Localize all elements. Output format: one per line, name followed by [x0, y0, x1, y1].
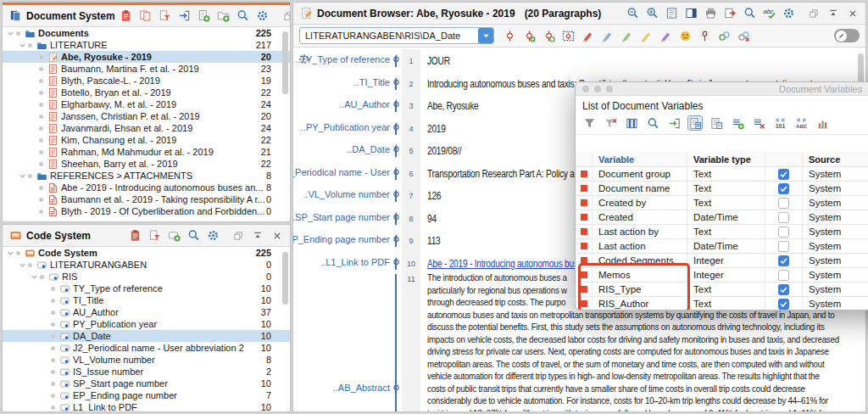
new-document-group-icon[interactable]	[217, 9, 231, 23]
document-tree-item[interactable]: Rahman, Md Mahmudur et al. - 201921	[3, 146, 290, 158]
code-in-vivo-icon[interactable]	[561, 29, 575, 42]
coding-stripe[interactable]	[395, 169, 397, 180]
document-tree-item[interactable]: REFERENCES > ATTACHMENTS8	[3, 170, 290, 182]
import-icon[interactable]	[178, 9, 192, 23]
zoom-out-icon[interactable]	[626, 7, 639, 20]
document-tree-item[interactable]: Baumann, Martina F. et al. - 201923	[3, 63, 290, 75]
document-tree-item[interactable]: Blyth - 2019 - Of Cyberliberation and Fo…	[3, 205, 290, 217]
pen-red-icon[interactable]	[581, 29, 594, 42]
code-tree-item[interactable]: TI_Title10	[3, 294, 290, 306]
fit-page-icon[interactable]	[665, 7, 678, 20]
coding-stripe[interactable]	[395, 56, 397, 67]
list-documents-icon[interactable]	[688, 116, 702, 130]
document-tree-item[interactable]: Botello, Bryan et al. - 201922	[3, 87, 290, 98]
document-tree-item[interactable]: Sheehan, Barry et al. - 201922	[3, 158, 290, 170]
margin-code-label[interactable]: ..SP_Start page number	[293, 212, 390, 222]
document-tree-item[interactable]: Janssen, Christian P. et al. - 201920	[3, 110, 290, 122]
chevron-down-icon[interactable]	[6, 249, 15, 257]
emoticode-icon[interactable]	[678, 29, 692, 42]
variable-row[interactable]: Document groupTextSystem	[576, 167, 868, 182]
code-selector[interactable]: LITERATURANGABEN\RIS\DA_Date	[299, 27, 494, 44]
display-checkbox[interactable]	[778, 169, 789, 180]
close-icon[interactable]	[270, 229, 284, 243]
coding-stripe[interactable]	[395, 236, 397, 247]
margin-code-label[interactable]: ..AU_Author	[293, 99, 390, 109]
chevron-down-icon[interactable]	[18, 41, 27, 49]
margin-code-label[interactable]: ..AB_Abstract	[293, 383, 390, 393]
new-document-icon[interactable]	[198, 9, 211, 23]
margin-code-label[interactable]: ..TY_Type of reference	[293, 54, 390, 64]
variable-row[interactable]: Created byTextSystem	[576, 196, 868, 210]
traffic-light-button[interactable]	[606, 86, 613, 92]
document-tree-item[interactable]: Documents225	[3, 27, 290, 39]
undock-icon[interactable]	[281, 9, 291, 23]
pen-yellow-icon[interactable]	[639, 29, 653, 42]
coding-stripe[interactable]	[395, 146, 397, 157]
code-tree-item[interactable]: TY_Type of reference10	[3, 283, 290, 294]
display-checkbox[interactable]	[778, 241, 789, 252]
code-anchor-green-icon[interactable]	[542, 29, 555, 42]
filter-documents-icon[interactable]	[147, 229, 161, 243]
margin-code-label[interactable]: ..DA_Date	[293, 144, 390, 154]
code-tree-item[interactable]: Code System225	[3, 247, 290, 259]
display-checkbox[interactable]	[778, 183, 789, 194]
zoom-in-icon[interactable]	[645, 7, 659, 20]
chevron-down-icon[interactable]	[30, 272, 39, 281]
sidebar-icon[interactable]	[684, 7, 698, 20]
search-icon[interactable]	[186, 229, 200, 243]
chevron-down-icon[interactable]	[18, 260, 27, 269]
display-checkbox[interactable]	[778, 227, 789, 238]
settings-icon[interactable]	[782, 7, 795, 20]
chevron-down-icon[interactable]	[478, 28, 493, 43]
display-checkbox[interactable]	[778, 255, 789, 266]
memos-icon[interactable]	[128, 229, 142, 243]
coding-stripe[interactable]	[395, 259, 397, 270]
traffic-light-button[interactable]	[582, 86, 589, 92]
columns-icon[interactable]	[625, 116, 638, 130]
print-icon[interactable]	[704, 7, 717, 20]
variable-row[interactable]: Document nameTextSystem	[576, 182, 868, 196]
pen-green-icon[interactable]	[620, 29, 633, 42]
variable-row[interactable]: RIS_AuthorTextSystem	[576, 297, 868, 310]
column-header[interactable]: Variable	[593, 152, 687, 166]
code-tree-item[interactable]: PY_Publication year10	[3, 318, 290, 330]
pin-icon[interactable]	[698, 29, 711, 42]
display-checkbox[interactable]	[778, 198, 789, 209]
undock-icon[interactable]	[807, 7, 821, 20]
close-icon[interactable]	[846, 7, 860, 20]
variable-row[interactable]: Coded SegmentsIntegerSystem	[576, 254, 868, 268]
variable-row[interactable]: RIS_TypeTextSystem	[576, 283, 868, 297]
code-system-scrollbar[interactable]	[282, 252, 288, 305]
pen-blue-icon[interactable]	[600, 29, 614, 42]
coding-stripe[interactable]	[395, 274, 397, 411]
margin-code-label[interactable]: ..EP_Ending page number	[293, 234, 390, 244]
unlink-icon[interactable]	[737, 29, 750, 42]
document-tree-item[interactable]: Javanmardi, Ehsan et al. - 201924	[3, 122, 290, 134]
display-checkbox[interactable]	[778, 284, 789, 295]
variable-row[interactable]: CreatedDate/TimeSystem	[576, 210, 868, 225]
code-tree-item[interactable]: EP_Ending page number7	[3, 389, 290, 401]
code-tree-item[interactable]: L1_Link to PDF10	[3, 401, 290, 412]
variable-row[interactable]: Last actionDate/TimeSystem	[576, 239, 868, 254]
memos-icon[interactable]	[120, 9, 133, 23]
delete-row-icon[interactable]	[752, 116, 765, 130]
copy-documents-icon[interactable]	[139, 9, 153, 23]
filter-documents-icon[interactable]	[159, 9, 172, 23]
code-tree-item[interactable]: LITERATURANGABEN0	[3, 259, 290, 271]
coding-stripe[interactable]	[395, 79, 397, 90]
pen-purple-icon[interactable]	[659, 29, 672, 42]
margin-code-label[interactable]: ..TI_Title	[293, 77, 390, 87]
settings-icon[interactable]	[256, 9, 270, 23]
variable-row[interactable]: Last action byTextSystem	[576, 225, 868, 239]
chevron-down-icon[interactable]	[18, 171, 27, 180]
display-checkbox[interactable]	[778, 212, 789, 223]
margin-code-label[interactable]: ..PY_Publication year	[293, 122, 390, 132]
insert-row-icon[interactable]	[731, 116, 744, 130]
display-checkbox[interactable]	[778, 299, 789, 310]
binarize-icon[interactable]: 101	[773, 116, 787, 130]
undock-icon[interactable]	[231, 229, 245, 243]
document-tree-item[interactable]: Elgharbawy, M. et al. - 201924	[3, 98, 290, 110]
settings-icon[interactable]	[206, 229, 220, 243]
traffic-light-button[interactable]	[594, 86, 601, 92]
margin-code-label[interactable]: ..L1_Link to PDF	[293, 257, 390, 267]
